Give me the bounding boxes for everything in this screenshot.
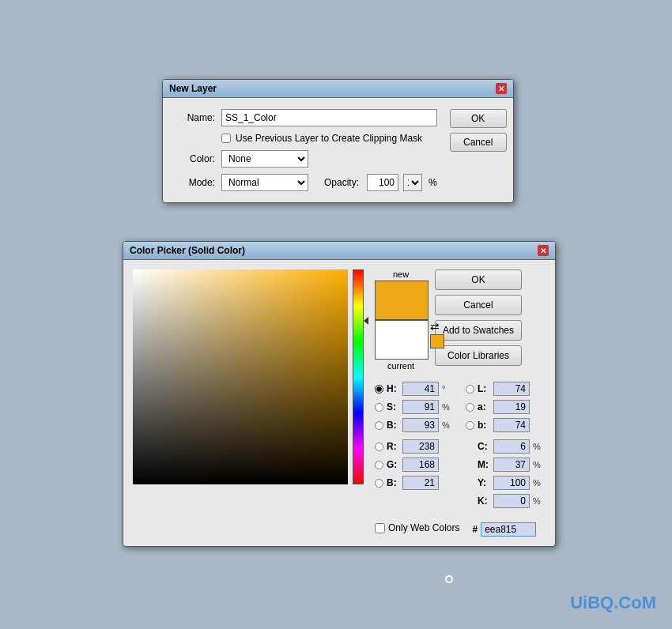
- b-label: B:: [387, 420, 399, 431]
- s-label: S:: [387, 401, 399, 412]
- new-layer-body: Name: Use Previous Layer to Create Clipp…: [163, 98, 513, 202]
- color-libraries-button[interactable]: Color Libraries: [435, 345, 522, 366]
- Y-label: Y:: [478, 477, 490, 488]
- b2-input[interactable]: [402, 476, 439, 490]
- mode-label: Mode:: [176, 177, 215, 188]
- s-unit: %: [442, 402, 453, 412]
- new-layer-ok-button[interactable]: OK: [450, 109, 507, 128]
- K-unit: %: [533, 496, 544, 506]
- C-label: C:: [478, 441, 490, 452]
- C-unit: %: [533, 442, 544, 451]
- opacity-unit: %: [428, 177, 437, 188]
- K-label: K:: [478, 495, 490, 507]
- b3-label: b:: [478, 420, 490, 431]
- L-radio[interactable]: [466, 385, 474, 394]
- hex-label: #: [472, 524, 478, 535]
- s-input[interactable]: [402, 400, 439, 414]
- M-input[interactable]: [493, 458, 530, 472]
- b-input[interactable]: [402, 418, 439, 432]
- color-cursor: [445, 575, 453, 583]
- new-layer-cancel-button[interactable]: Cancel: [450, 133, 507, 152]
- new-layer-buttons: OK Cancel: [450, 109, 507, 152]
- color-picker-title-bar: Color Picker (Solid Color) ✕: [123, 242, 555, 260]
- color-select[interactable]: None Red Orange Yellow Green Blue Violet…: [221, 150, 308, 168]
- M-unit: %: [533, 460, 544, 469]
- b2-label: B:: [387, 477, 399, 488]
- hue-bar-wrap: [353, 269, 367, 484]
- b2-radio[interactable]: [375, 479, 383, 488]
- hue-bar[interactable]: [353, 269, 364, 484]
- name-label: Name:: [176, 112, 215, 123]
- M-label: M:: [478, 459, 490, 470]
- h-input[interactable]: [402, 382, 439, 396]
- new-layer-close-button[interactable]: ✕: [496, 83, 507, 94]
- h-label: H:: [387, 383, 399, 394]
- r-radio[interactable]: [375, 443, 383, 451]
- new-layer-dialog: New Layer ✕ Name: Use Previous Layer to …: [162, 79, 514, 203]
- current-color-label: current: [387, 361, 414, 371]
- hue-arrow: [364, 317, 368, 325]
- C-input[interactable]: [493, 439, 530, 454]
- small-color-swatch: [430, 334, 444, 348]
- b-unit: %: [442, 420, 453, 430]
- L-label: L:: [478, 383, 490, 394]
- Y-unit: %: [533, 478, 544, 488]
- opacity-input[interactable]: [367, 174, 398, 191]
- watermark: UiBQ.CoM: [570, 593, 656, 613]
- r-input[interactable]: [402, 439, 439, 454]
- color-picker-buttons: OK Cancel Add to Swatches Color Librarie…: [435, 269, 522, 366]
- opacity-label: Opacity:: [324, 177, 359, 188]
- color-gradient-picker[interactable]: [133, 269, 348, 484]
- layer-name-input[interactable]: [221, 109, 437, 126]
- hex-input[interactable]: [481, 522, 536, 537]
- L-input[interactable]: [493, 382, 530, 396]
- color-label: Color:: [176, 153, 215, 164]
- g-input[interactable]: [402, 458, 439, 472]
- Y-input[interactable]: [493, 476, 530, 490]
- color-picker-cancel-button[interactable]: Cancel: [435, 295, 522, 315]
- opacity-dropdown[interactable]: 100: [403, 174, 422, 191]
- b3-radio[interactable]: [466, 421, 474, 430]
- b3-input[interactable]: [493, 418, 530, 432]
- a-label: a:: [478, 401, 490, 412]
- h-radio[interactable]: [375, 385, 383, 394]
- new-color-label: new: [393, 269, 409, 279]
- K-input[interactable]: [493, 494, 530, 508]
- color-picker-title: Color Picker (Solid Color): [130, 245, 245, 256]
- color-picker-ok-button[interactable]: OK: [435, 269, 522, 290]
- g-label: G:: [387, 459, 399, 470]
- new-layer-title: New Layer: [169, 83, 217, 94]
- only-web-colors-checkbox[interactable]: [375, 523, 385, 533]
- a-radio[interactable]: [466, 403, 474, 412]
- a-input[interactable]: [493, 400, 530, 414]
- clipping-mask-label: Use Previous Layer to Create Clipping Ma…: [236, 133, 422, 144]
- s-radio[interactable]: [375, 403, 383, 412]
- r-label: R:: [387, 441, 399, 452]
- only-web-colors-label: Only Web Colors: [388, 522, 459, 533]
- h-unit: °: [442, 384, 453, 394]
- color-picker-body: new ⇄ current: [123, 260, 555, 546]
- add-to-swatches-button[interactable]: Add to Swatches: [435, 320, 522, 341]
- gradient-background: [133, 269, 348, 484]
- color-picker-dialog: Color Picker (Solid Color) ✕: [123, 241, 556, 547]
- g-radio[interactable]: [375, 461, 383, 469]
- new-color-swatch[interactable]: [375, 281, 428, 320]
- new-layer-title-bar: New Layer ✕: [163, 80, 513, 98]
- color-picker-close-button[interactable]: ✕: [538, 245, 549, 256]
- mode-select[interactable]: Normal Dissolve Multiply Screen Overlay: [221, 174, 308, 191]
- swap-icon[interactable]: ⇄: [430, 320, 444, 333]
- clipping-mask-checkbox[interactable]: [221, 134, 231, 143]
- b-radio[interactable]: [375, 421, 383, 430]
- current-color-swatch[interactable]: [375, 320, 428, 360]
